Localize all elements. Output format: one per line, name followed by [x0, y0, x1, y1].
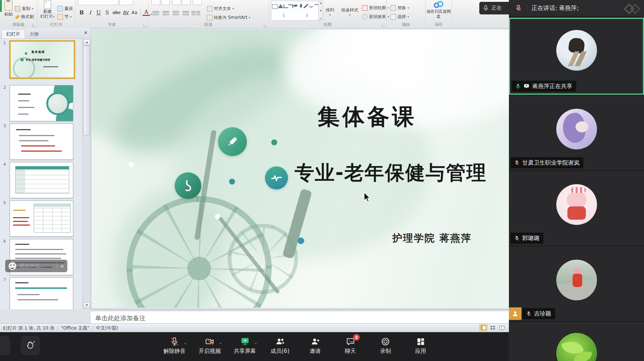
decrease-indent-button[interactable]	[172, 0, 181, 5]
smartart-button[interactable]: 转换为 SmartArt▾	[207, 15, 250, 20]
chat-input-placeholder[interactable]: 说点什么...	[19, 263, 54, 269]
collapse-arrow-icon[interactable]: <	[60, 263, 64, 269]
font-name-box[interactable]	[78, 0, 118, 5]
reading-view-button[interactable]	[498, 324, 506, 331]
chat-input-overlay[interactable]: 说点什么... <	[5, 260, 67, 272]
tab-slides[interactable]: 幻灯片	[1, 29, 25, 38]
slide-thumbnail-item-4[interactable]: 4	[0, 161, 83, 200]
down-arrow-shape-icon	[299, 4, 303, 8]
arrange-button[interactable]: 排列▾	[326, 7, 334, 17]
scroll-down-icon[interactable]: ▼	[83, 302, 90, 308]
slide-thumbnail-4[interactable]	[10, 162, 73, 198]
section-button[interactable]: 节▾	[57, 14, 72, 20]
unmute-button[interactable]: ^ 解除静音	[157, 334, 192, 355]
slide-thumbnail-item-3[interactable]: 3	[0, 123, 83, 161]
start-video-button[interactable]: ^ 开启视频	[192, 334, 227, 355]
notes-pane[interactable]: 单击此处添加备注	[91, 311, 509, 323]
powerpoint-window: 粘贴 复制▾ 格式刷 剪贴板 新建 幻灯片▾ 重设	[0, 0, 509, 332]
select-button[interactable]: 选择▾	[390, 14, 409, 20]
thumbnail-scrollbar[interactable]: ▲ ▼	[82, 38, 91, 309]
chat-button[interactable]: 2 聊天	[333, 334, 368, 355]
slides-panel-tabbar: 幻灯片 大纲 ✕	[0, 28, 91, 39]
paste-label: 粘贴	[2, 11, 15, 17]
font-dialog-launcher[interactable]	[144, 24, 147, 27]
text-shadow-button[interactable]: S	[103, 9, 111, 16]
speaking-now-text: 正在讲话: 蒋燕萍;	[531, 4, 579, 12]
shapes-gallery[interactable]: { }	[271, 1, 320, 21]
copy-button[interactable]: 复制▾	[15, 6, 33, 11]
new-slide-button[interactable]: 新建 幻灯片▾	[39, 0, 56, 19]
align-left-button[interactable]	[151, 10, 160, 17]
participant-tile[interactable]: 甘肃卫生职业学院谢岚	[509, 95, 644, 170]
italic-button[interactable]: I	[86, 9, 94, 16]
participant-tile[interactable]: 吉珍颖	[509, 246, 644, 321]
drawing-dialog-launcher[interactable]	[382, 24, 385, 27]
paragraph-dialog-launcher[interactable]	[264, 24, 267, 27]
format-painter-button[interactable]: 格式刷	[15, 14, 34, 20]
increase-indent-button[interactable]	[182, 0, 191, 5]
slide-thumbnail-item-5[interactable]: 5	[0, 200, 83, 238]
chat-badge: 2	[353, 334, 360, 341]
columns-button[interactable]	[191, 10, 200, 17]
slide-thumbnail-1[interactable]: 集体备课 专业-老年保健与管理	[10, 41, 75, 78]
paste-button[interactable]: 粘贴	[2, 1, 15, 17]
close-icon[interactable]: ✕	[84, 30, 88, 36]
shapes-gallery-scroll[interactable]: ▲▼≡	[318, 1, 323, 20]
editing-group-label: 编辑	[387, 22, 425, 27]
shape-effects-button[interactable]: 形状效果▾	[362, 14, 389, 20]
numbering-button[interactable]	[161, 0, 170, 5]
video-options-chevron[interactable]: ^	[219, 343, 222, 347]
replace-button[interactable]: 替换▾	[390, 5, 409, 11]
share-screen-button[interactable]: ^ 共享屏幕	[227, 334, 262, 355]
shape-outline-button[interactable]: 形状轮廓▾	[362, 5, 389, 11]
ribbon-group-drawing: { } ▲▼≡ 排列▾ 快速样式▾ 形状轮廓▾ 形状效果▾ 绘图	[269, 0, 387, 28]
justify-button[interactable]	[181, 10, 190, 17]
participant-tile[interactable]: 蒋燕萍正在共享	[509, 18, 644, 95]
quick-styles-button[interactable]: 快速样式▾	[341, 7, 358, 17]
scroll-up-icon[interactable]: ▲	[83, 39, 90, 45]
slide-thumbnail-7[interactable]	[10, 277, 73, 309]
slide-sorter-view-button[interactable]	[489, 324, 497, 331]
character-spacing-button[interactable]: AV	[122, 9, 130, 16]
participant-tile[interactable]	[509, 321, 644, 361]
invite-icon	[310, 337, 321, 347]
font-size-box[interactable]	[119, 0, 133, 5]
toolbar-stub-button[interactable]	[0, 336, 10, 355]
slide-title: 集体备课	[318, 102, 417, 132]
mic-options-chevron[interactable]: ^	[184, 343, 187, 347]
invite-button[interactable]: 邀请	[298, 334, 333, 355]
align-text-button[interactable]: 对齐文本▾	[207, 6, 234, 11]
raise-hand-button[interactable]: +	[21, 336, 40, 355]
reset-button[interactable]: 重设	[57, 6, 73, 11]
tab-outline[interactable]: 大纲	[25, 30, 43, 38]
smiley-icon[interactable]	[9, 262, 16, 270]
members-button[interactable]: 成员(6)	[262, 334, 298, 355]
apps-button[interactable]: 应用	[403, 334, 438, 355]
slide-thumbnail-item-7[interactable]: 7	[0, 277, 83, 309]
replace-icon	[390, 5, 396, 11]
slide-thumbnail-3[interactable]	[10, 124, 73, 160]
strikethrough-button[interactable]: abc	[112, 9, 121, 16]
bold-button[interactable]: B	[78, 9, 85, 16]
freeform-shape-icon	[293, 2, 298, 7]
meeting-toolbar-items: ^ 解除静音 ^ 开启视频 ^ 共享屏幕	[157, 334, 438, 355]
normal-view-button[interactable]	[479, 324, 487, 331]
clipboard-dialog-launcher[interactable]	[33, 24, 36, 27]
ribbon-group-clipboard: 粘贴 复制▾ 格式刷 剪贴板	[0, 0, 37, 28]
line-spacing-button[interactable]	[193, 0, 202, 5]
share-options-chevron[interactable]: ^	[254, 343, 257, 347]
align-right-button[interactable]	[171, 10, 180, 17]
align-text-icon	[207, 6, 212, 11]
baidu-save-button[interactable]: 保存到百度网盘	[426, 1, 452, 19]
bullets-button[interactable]	[151, 0, 160, 5]
underline-button[interactable]: U	[95, 9, 103, 16]
scrollbar-thumb[interactable]	[83, 46, 90, 135]
slide-thumbnail-item-1[interactable]: 1 集体备课 专业-老年保健与管理	[0, 40, 83, 80]
slide-thumbnail-item-2[interactable]: 2	[0, 84, 83, 123]
participant-tile[interactable]: 郭璐璐	[509, 170, 644, 246]
slide-thumbnail-2[interactable]	[10, 85, 73, 121]
slide-thumbnail-5[interactable]	[10, 200, 73, 237]
change-case-button[interactable]: Aa	[131, 9, 138, 16]
record-button[interactable]: 录制	[368, 334, 403, 355]
align-center-button[interactable]	[161, 10, 170, 17]
